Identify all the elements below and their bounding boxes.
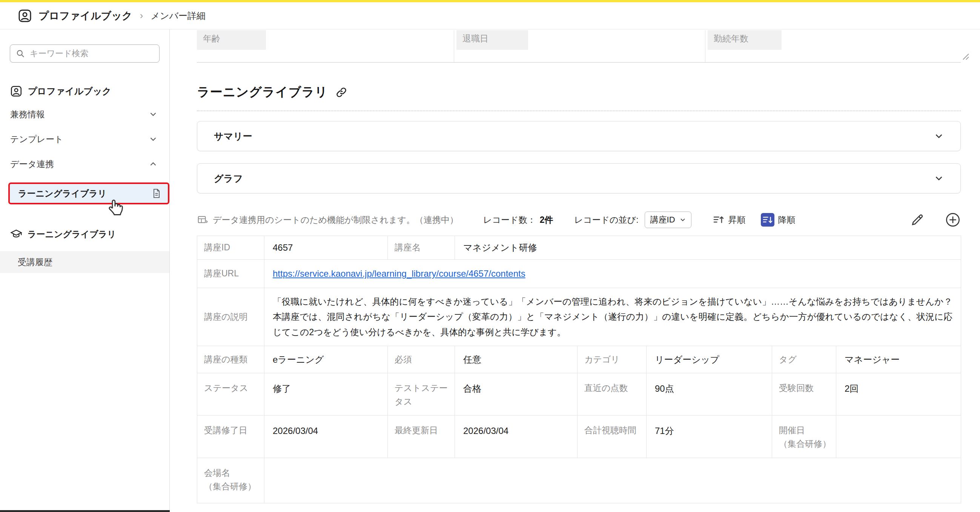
field-label-cell: 直近の点数: [578, 373, 646, 415]
field-value-cell: 修了: [264, 373, 388, 415]
field-value-cell: [264, 458, 961, 503]
app-logo-icon: [18, 8, 32, 23]
field-label-cell: ステータス: [197, 373, 264, 415]
field-separator: [454, 30, 454, 62]
field-label-cell: 合計視聴時間: [578, 415, 646, 458]
sidebar-item-template[interactable]: テンプレート: [0, 127, 169, 152]
field-label-years-of-service: 勤続年数: [708, 30, 781, 50]
section-title: ラーニングライブラリ: [197, 84, 328, 101]
field-value-cell: マネージャー: [836, 346, 961, 373]
dotted-separator: [197, 111, 961, 111]
env-accent-bar: [0, 0, 980, 2]
sort-ascending-label: 昇順: [729, 214, 746, 226]
search-icon: [16, 49, 25, 59]
sort-descending-button[interactable]: 降順: [761, 213, 795, 227]
field-value-cell: eラーニング: [264, 346, 388, 373]
sidebar-profile-book-label: プロファイルブック: [28, 85, 111, 97]
profile-form-bottom: 年齢 退職日 勤続年数: [197, 30, 961, 63]
field-value-cell: リーダーシップ: [646, 346, 772, 373]
field-label-cell: 会場名 （集合研修）: [197, 458, 264, 503]
field-label-cell: 講座URL: [197, 260, 264, 288]
field-value-cell: 任意: [455, 346, 578, 373]
sort-asc-icon: [713, 214, 725, 226]
field-value-cell: 4657: [264, 236, 388, 260]
sidebar-item-label: 兼務情報: [10, 109, 45, 120]
field-label-cell: 受験回数: [772, 373, 836, 415]
sidebar-item-label: テンプレート: [10, 133, 64, 145]
sidebar-item-concurrent-info[interactable]: 兼務情報: [0, 102, 169, 127]
field-label-retirement-date: 退職日: [457, 30, 528, 50]
field-value-cell: マネジメント研修: [455, 236, 961, 260]
field-value-cell: [836, 415, 961, 458]
sidebar-bottom-edge: [0, 510, 170, 512]
table-row: 会場名 （集合研修）: [197, 458, 961, 503]
sort-field-dropdown[interactable]: 講座ID: [645, 211, 691, 228]
field-value-cell: 2回: [836, 373, 961, 415]
field-label-cell: 講座ID: [197, 236, 264, 260]
sort-desc-icon: [761, 213, 775, 227]
record-count-value: 2件: [540, 214, 554, 226]
field-value-cell: https://service.kaonavi.jp/learning_libr…: [264, 260, 961, 288]
link-icon[interactable]: [335, 86, 347, 98]
field-separator: [705, 30, 705, 62]
field-value-cell: 合格: [455, 373, 578, 415]
record-count-label: レコード数：: [483, 214, 536, 226]
field-label-cell: 最終更新日: [388, 415, 455, 458]
sidebar-item-profile-book[interactable]: プロファイルブック: [0, 81, 169, 102]
learning-table: 講座ID4657講座名マネジメント研修講座URLhttps://service.…: [197, 236, 961, 503]
field-value-cell: 「役職に就いたけれど、具体的に何をすべきか迷っている」「メンバーの管理に追われ、…: [264, 288, 961, 346]
field-label-cell: 受講修了日: [197, 415, 264, 458]
table-row: ステータス修了テストステータス合格直近の点数90点受験回数2回: [197, 373, 961, 415]
keyword-search-input[interactable]: [30, 49, 154, 59]
table-row: 講座URLhttps://service.kaonavi.jp/learning…: [197, 260, 961, 288]
table-row: 講座の種類eラーニング必須任意カテゴリリーダーシップタグマネージャー: [197, 346, 961, 373]
main-content: 年齢 退職日 勤続年数 ラーニングライブラリ サマリー グラフ デー: [170, 29, 980, 512]
field-value-cell: 2026/03/04: [264, 415, 388, 458]
profile-form-clip: 年齢 退職日 勤続年数: [197, 30, 961, 62]
cursor-hand-icon: [105, 198, 124, 217]
sort-ascending-button[interactable]: 昇順: [713, 214, 746, 226]
course-url-link[interactable]: https://service.kaonavi.jp/learning_libr…: [273, 268, 525, 279]
field-value-cell: 90点: [646, 373, 772, 415]
sidebar-item-learning-library[interactable]: ラーニングライブラリ: [8, 182, 169, 204]
sort-descending-label: 降順: [778, 214, 795, 226]
table-row: 講座の説明「役職に就いたけれど、具体的に何をすべきか迷っている」「メンバーの管理…: [197, 288, 961, 346]
restriction-notice: データ連携用のシートのため機能が制限されます。（連携中）: [213, 214, 458, 226]
edit-pencil-icon[interactable]: [910, 212, 924, 227]
chevron-down-icon: [933, 130, 945, 142]
field-label-cell: タグ: [772, 346, 836, 373]
summary-panel-toggle[interactable]: サマリー: [197, 121, 961, 151]
chevron-down-icon: [148, 109, 158, 119]
chevron-up-icon: [148, 159, 158, 169]
record-toolbar: データ連携用のシートのため機能が制限されます。（連携中） レコード数： 2件 レ…: [197, 211, 961, 229]
sort-field-value: 講座ID: [650, 214, 675, 225]
summary-panel-title: サマリー: [214, 130, 252, 143]
graph-panel-title: グラフ: [214, 172, 243, 185]
sidebar-item-attendance-history[interactable]: 受講履歴: [0, 251, 169, 273]
graph-panel-toggle[interactable]: グラフ: [197, 163, 961, 193]
sidebar-item-data-link[interactable]: データ連携: [0, 152, 169, 176]
chevron-down-icon: [148, 134, 158, 144]
app-header: プロファイルブック › メンバー詳細: [0, 0, 980, 29]
chevron-down-icon: [933, 173, 945, 184]
section-head: ラーニングライブラリ: [197, 84, 961, 101]
learning-table-body: 講座ID4657講座名マネジメント研修講座URLhttps://service.…: [197, 236, 961, 503]
field-label-cell: 講座の種類: [197, 346, 264, 373]
table-row: 講座ID4657講座名マネジメント研修: [197, 236, 961, 260]
sheet-icon: [197, 214, 208, 225]
field-label-cell: 講座名: [388, 236, 455, 260]
add-record-icon[interactable]: [945, 212, 961, 228]
graduation-cap-icon: [10, 228, 22, 240]
field-value-cell: 2026/03/04: [455, 415, 578, 458]
field-label-cell: カテゴリ: [578, 346, 646, 373]
document-icon: [151, 188, 162, 199]
sidebar-item-label: 受講履歴: [18, 256, 52, 268]
app-title: プロファイルブック: [38, 9, 132, 23]
field-label-cell: 必須: [388, 346, 455, 373]
sidebar-section-title: ラーニングライブラリ: [27, 228, 116, 240]
selected-item-wrap: ラーニングライブラリ: [0, 182, 169, 204]
resize-grip-icon[interactable]: [961, 52, 970, 61]
sort-order-label: レコードの並び:: [574, 214, 638, 226]
sidebar: プロファイルブック 兼務情報 テンプレート データ連携 ラーニングライブラリ ラ…: [0, 29, 170, 512]
keyword-search-box[interactable]: [10, 44, 159, 63]
